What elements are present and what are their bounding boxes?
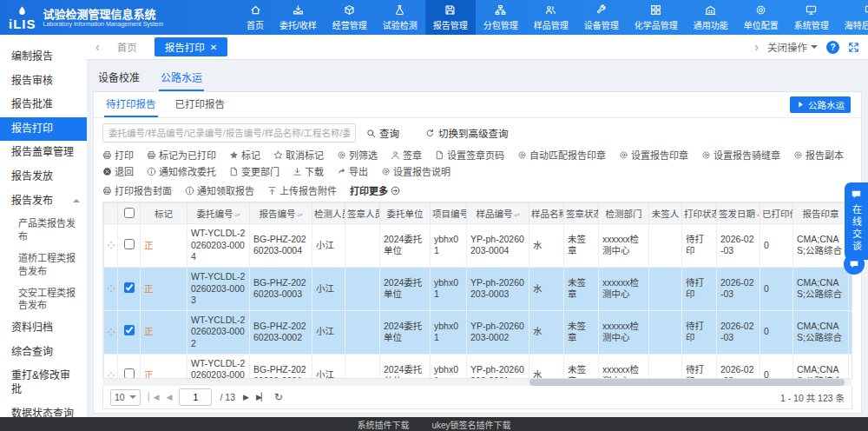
tool-button[interactable]: 报告副本 xyxy=(793,148,844,162)
sidebar-subitem[interactable]: 产品类报告发布 xyxy=(0,213,87,248)
horizontal-scrollbar-track[interactable] xyxy=(102,379,852,386)
table-row[interactable]: 正WT-YCLDL-20260203-0001BG-PHZ-20260203-0… xyxy=(104,354,853,379)
tool-button[interactable]: 变更部门 xyxy=(229,164,279,178)
sidebar-subitem[interactable]: 道桥工程类报告发布 xyxy=(0,248,87,282)
table-row[interactable]: 正WT-YCLDL-20260203-0003BG-PHZ-20260203-0… xyxy=(104,267,853,310)
refresh-icon[interactable]: ↻ xyxy=(274,391,283,403)
nav-item-grid[interactable]: 化学品管理 xyxy=(627,0,686,35)
category-tab[interactable]: 设备校准 xyxy=(96,66,141,91)
select-all-checkbox[interactable] xyxy=(124,208,135,218)
tool-button[interactable]: 签章 xyxy=(391,148,422,162)
category-tab[interactable]: 公路水运 xyxy=(159,66,204,91)
query-button[interactable]: 查询 xyxy=(366,126,399,140)
tool-button[interactable]: 通知领取报告 xyxy=(185,183,254,197)
monitor-icon xyxy=(806,4,817,16)
nav-item-package[interactable]: 经营管理 xyxy=(325,0,375,35)
tool-button[interactable]: 下载 xyxy=(293,164,324,178)
last-page-button[interactable]: ▶▏ xyxy=(256,393,266,401)
tool-button[interactable]: 通知修改委托 xyxy=(147,164,216,178)
close-tab-icon[interactable]: ✕ xyxy=(210,43,217,52)
tool-button[interactable]: 列筛选 xyxy=(337,148,378,162)
tab-home[interactable]: 首页 xyxy=(107,37,148,56)
tool-button[interactable]: 设置报告说明 xyxy=(381,164,450,178)
horizontal-scrollbar-thumb[interactable] xyxy=(529,379,845,386)
tabs-scroll-left-icon[interactable]: ‹ xyxy=(95,41,100,53)
chat-bubble-button[interactable] xyxy=(844,254,865,275)
row-checkbox[interactable] xyxy=(124,239,135,249)
footer-link[interactable]: 系统插件下载 xyxy=(357,418,409,431)
sidebar-item[interactable]: 编制报告 xyxy=(0,45,87,70)
sidebar-item[interactable]: 报告审核 xyxy=(0,70,87,94)
table-row[interactable]: 正WT-YCLDL-20260203-0002BG-PHZ-20260203-0… xyxy=(104,310,853,354)
nav-item-gear[interactable]: 单位配置 xyxy=(736,0,786,35)
tool-button[interactable]: 上传报告附件 xyxy=(267,183,337,197)
nav-item-home[interactable]: 首页 xyxy=(239,0,272,35)
tool-button[interactable]: 自动匹配报告印章 xyxy=(517,148,606,162)
column-header[interactable]: 报告编号▴▾ xyxy=(250,203,312,224)
nav-item-users[interactable]: 样品管理 xyxy=(526,0,576,35)
nav-item-wrench[interactable]: 设备管理 xyxy=(576,0,627,35)
report-table-container: 标记委托编号▴▾报告编号▴▾检测人员签章人员委托单位项目编号▴▾样品编号▴▾样品… xyxy=(102,202,852,379)
row-checkbox[interactable] xyxy=(124,325,135,335)
tool-button[interactable]: 导出 xyxy=(337,164,368,178)
search-input[interactable] xyxy=(102,123,356,143)
print-more-button[interactable]: 打印更多 xyxy=(350,183,400,197)
print-state-tabs: 待打印报告已打印报告公路水运 xyxy=(94,92,861,118)
nav-item-sitemap[interactable]: 分包管理 xyxy=(476,0,526,35)
nav-item-save[interactable]: 报告管理 xyxy=(425,0,476,35)
sidebar-item[interactable]: 报告发放 xyxy=(0,165,87,189)
highway-water-tag-button[interactable]: 公路水运 xyxy=(790,96,852,113)
next-page-button[interactable]: ▶ xyxy=(243,393,248,401)
sidebar-item[interactable]: 重打&修改审批 xyxy=(0,364,87,401)
tool-button[interactable]: 退回 xyxy=(102,164,134,178)
fullscreen-icon[interactable] xyxy=(848,42,859,53)
sort-icon[interactable]: ▴▾ xyxy=(514,213,519,217)
page-input[interactable] xyxy=(179,388,212,406)
tool-button[interactable]: 设置签章页码 xyxy=(435,148,504,162)
sidebar-item[interactable]: 报告盖章管理 xyxy=(0,141,87,165)
sidebar-subitem[interactable]: 交安工程类报告发布 xyxy=(0,282,87,317)
sidebar-item[interactable]: 数据状态查询 xyxy=(0,402,87,417)
sort-icon[interactable]: ▴▾ xyxy=(297,213,302,217)
tool-button[interactable]: 打印 xyxy=(102,148,134,162)
gear-icon xyxy=(337,150,346,160)
tool-button[interactable]: 标记 xyxy=(229,148,260,162)
sidebar-item[interactable]: 报告批准 xyxy=(0,93,87,117)
sort-icon[interactable]: ▴▾ xyxy=(757,213,760,217)
help-button[interactable]: ? xyxy=(826,41,839,54)
column-header[interactable]: 项目编号▴▾ xyxy=(431,203,467,224)
sidebar-item[interactable]: 报告打印 xyxy=(0,117,87,142)
row-checkbox[interactable] xyxy=(124,368,135,379)
tool-button[interactable]: 标记为已打印 xyxy=(147,148,216,162)
nav-item-inbox[interactable]: 委托/收样 xyxy=(272,0,325,35)
print-state-tab[interactable]: 待打印报告 xyxy=(104,92,158,117)
nav-item-building[interactable]: 通用功能 xyxy=(686,0,736,35)
tool-button[interactable]: 设置报告骑缝章 xyxy=(701,148,780,162)
column-header[interactable]: 委托编号▴▾ xyxy=(187,203,250,224)
tool-button[interactable]: 设置报告印章 xyxy=(619,148,688,162)
tool-button[interactable]: 打印报告封面 xyxy=(102,183,172,197)
column-header[interactable]: 签发日期▴▾ xyxy=(717,203,760,224)
sidebar-item[interactable]: 综合查询 xyxy=(0,341,87,365)
footer-link[interactable]: ukey锁签名插件下载 xyxy=(431,418,510,431)
sidebar-item[interactable]: 报告发布 xyxy=(0,189,87,214)
close-operations-dropdown[interactable]: 关闭操作 xyxy=(767,40,818,54)
column-header[interactable]: 样品编号▴▾ xyxy=(467,203,529,224)
nav-item-monitor[interactable]: 海特后台管理 xyxy=(837,0,868,35)
sidebar-item[interactable]: 资料归档 xyxy=(0,316,87,341)
first-page-button[interactable]: ▏◀ xyxy=(148,393,159,401)
online-chat-button[interactable]: 在线交谈 xyxy=(845,182,868,260)
print-state-tab[interactable]: 已打印报告 xyxy=(174,92,227,117)
advanced-search-toggle[interactable]: 切换到高级查询 xyxy=(425,126,509,140)
tab-report-print[interactable]: 报告打印 ✕ xyxy=(155,37,227,56)
sort-icon[interactable]: ▴▾ xyxy=(234,213,240,217)
tool-button[interactable]: 取消标记 xyxy=(273,148,324,162)
prev-page-button[interactable]: ◀ xyxy=(167,393,172,401)
nav-item-flask[interactable]: 试验检测 xyxy=(375,0,425,35)
row-checkbox[interactable] xyxy=(124,282,135,293)
table-row[interactable]: 正WT-YCLDL-20260203-0004BG-PHZ-20260203-0… xyxy=(104,224,853,268)
page-size-select[interactable]: 10 xyxy=(110,389,141,406)
tabs-scroll-right-icon[interactable]: › xyxy=(754,41,759,53)
nav-item-monitor[interactable]: 系统管理 xyxy=(786,0,837,35)
doc-icon xyxy=(435,150,444,160)
